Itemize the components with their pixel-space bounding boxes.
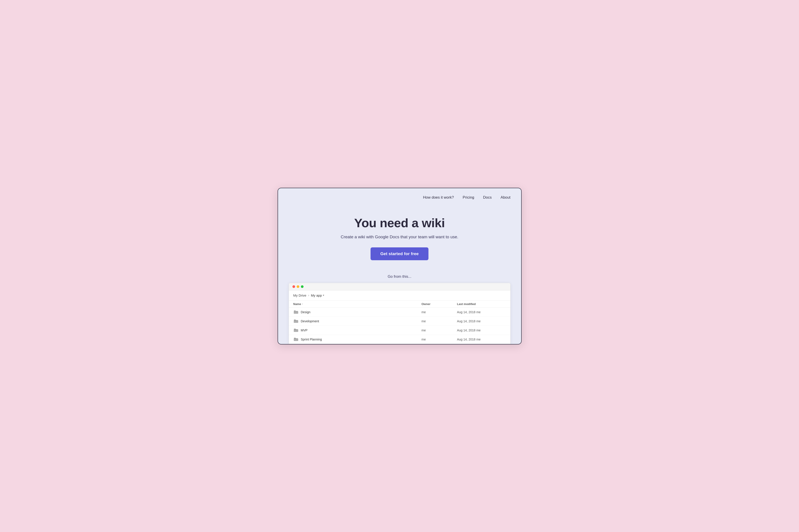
- table-row[interactable]: Sprint Planning me Aug 14, 2018 me: [289, 335, 510, 344]
- window-dot-yellow: [297, 285, 299, 288]
- nav-docs[interactable]: Docs: [483, 195, 492, 200]
- breadcrumb-folder[interactable]: My app ▾: [311, 293, 324, 297]
- modified-sprint-planning: Aug 14, 2018 me: [457, 338, 506, 341]
- file-name-design: Design: [293, 310, 422, 314]
- file-label-sprint-planning: Sprint Planning: [301, 338, 322, 341]
- svg-rect-4: [294, 339, 298, 341]
- sort-icon: ↑: [302, 303, 303, 305]
- file-label-development: Development: [301, 319, 319, 323]
- cta-button[interactable]: Get started for free: [370, 247, 429, 260]
- nav: How does it work? Pricing Docs About: [278, 188, 521, 202]
- table-row[interactable]: Design me Aug 14, 2018 me: [289, 308, 510, 317]
- drive-titlebar: [289, 283, 510, 290]
- hero-subtitle: Create a wiki with Google Docs that your…: [341, 234, 458, 240]
- browser-window: How does it work? Pricing Docs About You…: [277, 188, 522, 344]
- window-dot-red: [292, 285, 295, 288]
- owner-sprint-planning: me: [422, 338, 457, 341]
- breadcrumb-separator: ›: [308, 293, 309, 297]
- svg-rect-2: [294, 321, 298, 323]
- nav-pricing[interactable]: Pricing: [462, 195, 474, 200]
- col-name-label: Name: [293, 302, 301, 306]
- table-row[interactable]: MVP me Aug 14, 2018 me: [289, 326, 510, 335]
- modified-development: Aug 14, 2018 me: [457, 319, 506, 323]
- nav-about[interactable]: About: [501, 195, 510, 200]
- svg-rect-3: [294, 330, 298, 332]
- folder-icon: [293, 337, 299, 342]
- nav-how-it-works[interactable]: How does it work?: [423, 195, 454, 200]
- window-dot-green: [301, 285, 304, 288]
- col-header-modified: Last modified: [457, 302, 506, 306]
- breadcrumb-folder-label: My app: [311, 293, 322, 297]
- drive-table-header: Name ↑ Owner Last modified: [289, 301, 510, 308]
- owner-design: me: [422, 310, 457, 314]
- table-row[interactable]: Development me Aug 14, 2018 me: [289, 317, 510, 326]
- section-label: Go from this...: [278, 274, 521, 279]
- svg-rect-0: [294, 311, 298, 314]
- hero-title: You need a wiki: [354, 216, 444, 230]
- file-name-sprint-planning: Sprint Planning: [293, 337, 422, 342]
- col-header-name[interactable]: Name ↑: [293, 302, 422, 306]
- modified-design: Aug 14, 2018 me: [457, 310, 506, 314]
- file-name-mvp: MVP: [293, 328, 422, 332]
- modified-mvp: Aug 14, 2018 me: [457, 328, 506, 332]
- chevron-down-icon: ▾: [323, 294, 324, 297]
- folder-icon: [293, 328, 299, 332]
- drive-mockup: My Drive › My app ▾ Name ↑ Owner Last mo…: [289, 283, 511, 344]
- owner-development: me: [422, 319, 457, 323]
- svg-rect-1: [295, 311, 295, 311]
- file-name-development: Development: [293, 319, 422, 323]
- breadcrumb-root[interactable]: My Drive: [293, 293, 306, 297]
- file-label-design: Design: [301, 310, 311, 314]
- hero-section: You need a wiki Create a wiki with Googl…: [278, 202, 521, 265]
- col-header-owner: Owner: [422, 302, 457, 306]
- folder-icon: [293, 310, 299, 314]
- owner-mvp: me: [422, 328, 457, 332]
- drive-breadcrumb: My Drive › My app ▾: [289, 290, 510, 301]
- file-label-mvp: MVP: [301, 328, 308, 332]
- folder-icon: [293, 319, 299, 323]
